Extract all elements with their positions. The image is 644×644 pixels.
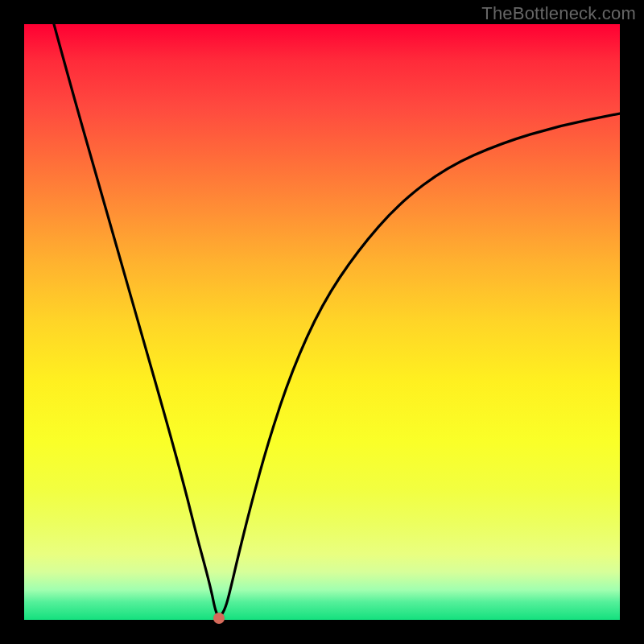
minimum-marker	[213, 613, 225, 624]
plot-area	[24, 24, 620, 620]
curve-svg	[24, 24, 620, 620]
bottleneck-curve	[54, 24, 620, 617]
chart-frame: TheBottleneck.com	[0, 0, 644, 644]
watermark-text: TheBottleneck.com	[481, 3, 636, 24]
